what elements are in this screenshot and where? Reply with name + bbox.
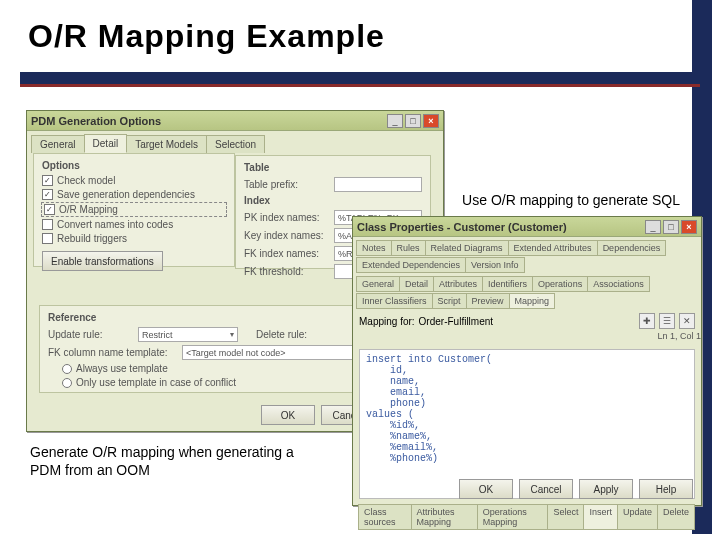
close-button[interactable]: × [423, 114, 439, 128]
fk-template-label: FK column name template: [48, 347, 178, 358]
check-model-row[interactable]: ✓ Check model [42, 175, 226, 186]
tab-rules[interactable]: Rules [391, 240, 426, 256]
tab-notes[interactable]: Notes [356, 240, 392, 256]
tab-identifiers[interactable]: Identifiers [482, 276, 533, 292]
tab-version-info[interactable]: Version Info [465, 257, 525, 273]
subtab-insert[interactable]: Insert [583, 504, 618, 530]
subtab-select[interactable]: Select [547, 504, 584, 530]
minimize-button[interactable]: _ [387, 114, 403, 128]
rebuild-triggers-label: Rebuild triggers [57, 233, 127, 244]
rebuild-triggers-row[interactable]: Rebuild triggers [42, 233, 226, 244]
fk-label: FK index names: [244, 248, 330, 259]
titlebar[interactable]: Class Properties - Customer (Customer) _… [353, 217, 701, 237]
tab-extended-attributes[interactable]: Extended Attributes [508, 240, 598, 256]
tab-general[interactable]: General [31, 135, 85, 153]
check-model-label: Check model [57, 175, 115, 186]
tab-dependencies[interactable]: Dependencies [597, 240, 667, 256]
radio-icon[interactable] [62, 378, 72, 388]
delete-rule-label: Delete rule: [256, 329, 316, 340]
enable-transformations-button[interactable]: Enable transformations [42, 251, 163, 271]
or-mapping-label: O/R Mapping [59, 204, 118, 215]
create-mapping-icon[interactable]: ✚ [639, 313, 655, 329]
threshold-label: FK threshold: [244, 266, 330, 277]
tab-detail[interactable]: Detail [84, 134, 128, 153]
tabstrip-lower: General Detail Attributes Identifiers Op… [353, 273, 701, 309]
tab-script[interactable]: Script [432, 293, 467, 309]
mapping-for-row: Mapping for: Order-Fulfillment ✚ ☰ ✕ [353, 309, 701, 333]
checkbox-icon[interactable] [42, 219, 53, 230]
mapping-subtabs: Class sources Attributes Mapping Operati… [353, 503, 701, 530]
sql-editor[interactable]: insert into Customer( id, name, email, p… [359, 349, 695, 499]
radio-only-conflict[interactable]: Only use template in case of conflict [76, 377, 236, 388]
maximize-button[interactable]: □ [663, 220, 679, 234]
radio-icon[interactable] [62, 364, 72, 374]
class-properties-window: Class Properties - Customer (Customer) _… [352, 216, 702, 506]
window-title: Class Properties - Customer (Customer) [357, 221, 643, 233]
editor-status: Ln 1, Col 1 [657, 331, 701, 341]
caption-generate-mapping: Generate O/R mapping when generating a P… [30, 444, 320, 479]
table-prefix-label: Table prefix: [244, 179, 330, 190]
tab-preview[interactable]: Preview [466, 293, 510, 309]
tab-general[interactable]: General [356, 276, 400, 292]
ok-button[interactable]: OK [459, 479, 513, 499]
checkbox-icon[interactable] [42, 233, 53, 244]
mapping-for-select[interactable]: Order-Fulfillment [419, 316, 635, 327]
subtab-operations-mapping[interactable]: Operations Mapping [477, 504, 549, 530]
or-mapping-row[interactable]: ✓ O/R Mapping [42, 203, 226, 216]
tab-inner-classifiers[interactable]: Inner Classifiers [356, 293, 433, 309]
help-button[interactable]: Help [639, 479, 693, 499]
tabstrip: General Detail Target Models Selection [27, 131, 443, 153]
tab-extended-dependencies[interactable]: Extended Dependencies [356, 257, 466, 273]
button-bar: OK Cancel Apply Help [459, 479, 693, 499]
checkbox-icon[interactable]: ✓ [42, 175, 53, 186]
key-label: Key index names: [244, 230, 330, 241]
subtab-update[interactable]: Update [617, 504, 658, 530]
tab-associations[interactable]: Associations [587, 276, 650, 292]
update-rule-label: Update rule: [48, 329, 134, 340]
convert-names-label: Convert names into codes [57, 219, 173, 230]
subtab-delete[interactable]: Delete [657, 504, 695, 530]
checkbox-icon[interactable]: ✓ [44, 204, 55, 215]
tab-mapping[interactable]: Mapping [509, 293, 556, 309]
radio-always-template[interactable]: Always use template [76, 363, 168, 374]
window-title: PDM Generation Options [31, 115, 385, 127]
properties-icon[interactable]: ☰ [659, 313, 675, 329]
checkbox-icon[interactable]: ✓ [42, 189, 53, 200]
tab-selection[interactable]: Selection [206, 135, 265, 153]
minimize-button[interactable]: _ [645, 220, 661, 234]
tab-target-models[interactable]: Target Models [126, 135, 207, 153]
save-deps-row[interactable]: ✓ Save generation dependencies [42, 189, 226, 200]
cancel-button[interactable]: Cancel [519, 479, 573, 499]
subtab-class-sources[interactable]: Class sources [358, 504, 412, 530]
pk-label: PK index names: [244, 212, 330, 223]
slide-title: O/R Mapping Example [28, 18, 385, 55]
mapping-for-label: Mapping for: [359, 316, 415, 327]
update-rule-select[interactable]: Restrict [138, 327, 238, 342]
close-button[interactable]: × [681, 220, 697, 234]
subtab-attributes-mapping[interactable]: Attributes Mapping [411, 504, 478, 530]
options-panel: Options ✓ Check model ✓ Save generation … [33, 153, 235, 267]
titlebar[interactable]: PDM Generation Options _ □ × [27, 111, 443, 131]
delete-mapping-icon[interactable]: ✕ [679, 313, 695, 329]
caption-use-mapping: Use O/R mapping to generate SQL [462, 192, 680, 208]
maximize-button[interactable]: □ [405, 114, 421, 128]
tab-detail[interactable]: Detail [399, 276, 434, 292]
apply-button[interactable]: Apply [579, 479, 633, 499]
tab-operations[interactable]: Operations [532, 276, 588, 292]
table-legend: Table [244, 162, 422, 173]
ok-button[interactable]: OK [261, 405, 315, 425]
tab-related-diagrams[interactable]: Related Diagrams [425, 240, 509, 256]
convert-names-row[interactable]: Convert names into codes [42, 219, 226, 230]
options-legend: Options [42, 160, 226, 171]
table-prefix-input[interactable] [334, 177, 422, 192]
index-legend: Index [244, 195, 422, 206]
save-deps-label: Save generation dependencies [57, 189, 195, 200]
slide-title-rule [20, 72, 700, 87]
tab-attributes[interactable]: Attributes [433, 276, 483, 292]
tabstrip-upper: Notes Rules Related Diagrams Extended At… [353, 237, 701, 273]
